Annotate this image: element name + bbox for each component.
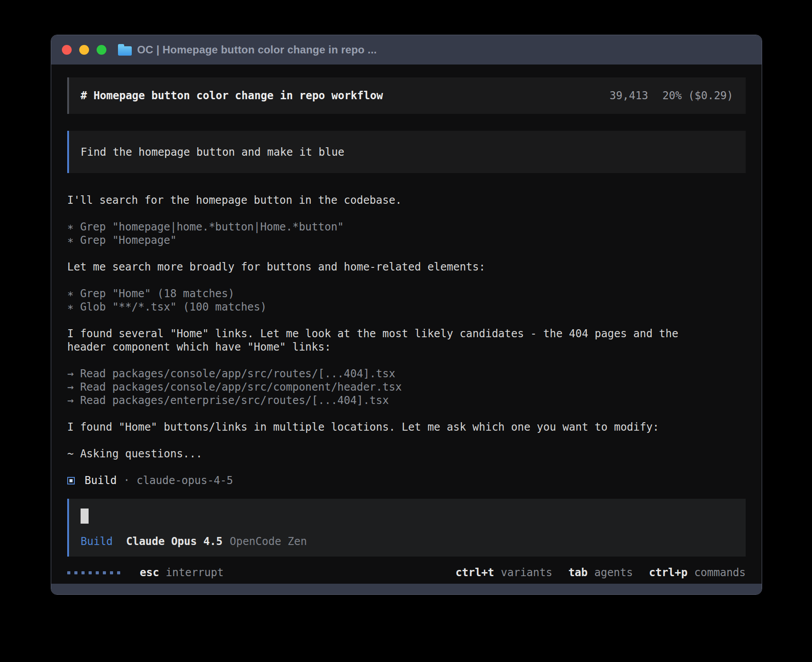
prompt-input[interactable]: Build Claude Opus 4.5 OpenCode Zen [67,499,746,557]
tool-call-line: ∗ Grep "Home" (18 matches) [67,287,704,300]
keybind-label: agents [594,566,633,579]
close-button[interactable] [62,45,72,55]
keybind-hint: ctrl+tvariants [455,566,552,579]
folder-icon [118,46,132,56]
statusbar-right: ctrl+tvariantstabagentsctrl+pcommands [455,566,746,579]
desktop: OC | Homepage button color change in rep… [0,0,812,662]
tool-call-line: ∗ Grep "Homepage" [67,234,704,247]
keybind-hint: ctrl+pcommands [649,566,746,579]
statusbar: esc interrupt ctrl+tvariantstabagentsctr… [67,565,746,581]
token-count: 39,413 [609,89,648,102]
conversation: I'll search for the homepage button in t… [67,194,704,460]
input-meta: Build Claude Opus 4.5 OpenCode Zen [81,535,734,548]
esc-key-hint: esc [140,566,159,579]
minimize-button[interactable] [79,45,89,55]
throbber-dot [110,571,113,574]
input-provider-label: OpenCode Zen [230,535,307,548]
context-usage: 20% ($0.29) [662,89,733,102]
window-title: OC | Homepage button color change in rep… [137,44,377,56]
terminal-content: # Homepage button color change in repo w… [51,65,762,584]
keybind-label: variants [501,566,552,579]
statusbar-left: esc interrupt [67,566,223,579]
tool-call-line: ∗ Grep "homepage|home.*button|Home.*butt… [67,220,704,234]
assistant-text-line: Let me search more broadly for buttons a… [67,260,704,274]
keybind-key: tab [568,566,588,579]
user-message-text: Find the homepage button and make it blu… [81,146,344,158]
tool-call-line: → Read packages/enterprise/src/routes/[.… [67,394,704,407]
throbber-dot [117,571,120,574]
window-bottom-edge [51,584,762,594]
throbber-dot [89,571,92,574]
agent-icon [67,477,75,484]
blank-line [67,354,704,367]
tool-call-line: → Read packages/console/app/src/routes/[… [67,367,704,380]
blank-line [67,247,704,260]
keybind-hint: tabagents [568,566,633,579]
tool-call-line: → Read packages/console/app/src/componen… [67,380,704,394]
input-agent-label[interactable]: Build [81,535,113,548]
throbber-dot [81,571,85,574]
terminal-window: OC | Homepage button color change in rep… [51,35,762,595]
agent-icon-inner [69,479,73,482]
blank-line [67,207,704,220]
assistant-text-line: I'll search for the homepage button in t… [67,194,704,207]
input-model-label[interactable]: Claude Opus 4.5 [126,535,223,548]
text-cursor [81,509,89,524]
throbber-dot [96,571,99,574]
status-model-name: claude-opus-4-5 [137,474,233,487]
tool-call-line: ∗ Glob "**/*.tsx" (100 matches) [67,300,704,314]
user-message: Find the homepage button and make it blu… [67,131,746,173]
esc-key-label: interrupt [166,566,223,579]
assistant-text-line: ~ Asking questions... [67,447,704,460]
zoom-button[interactable] [97,45,106,55]
assistant-text-line: I found "Home" buttons/links in multiple… [67,420,704,434]
blank-line [67,314,704,327]
traffic-lights [62,45,106,55]
agent-status-row: Build · claude-opus-4-5 [67,474,746,487]
session-stats: 39,413 20% ($0.29) [609,89,733,102]
throbber-dot [67,571,70,574]
blank-line [67,274,704,287]
throbber-dot [74,571,77,574]
assistant-text-line: I found several "Home" links. Let me loo… [67,327,704,354]
blank-line [67,407,704,420]
session-title: # Homepage button color change in repo w… [81,89,383,102]
keybind-key: ctrl+t [455,566,494,579]
keybind-label: commands [694,566,746,579]
throbber-dot [103,571,106,574]
status-separator: · [123,474,130,487]
working-throbber [67,571,120,574]
status-agent-name: Build [85,474,117,487]
blank-line [67,434,704,447]
titlebar[interactable]: OC | Homepage button color change in rep… [51,35,762,65]
keybind-key: ctrl+p [649,566,688,579]
session-header: # Homepage button color change in repo w… [67,77,746,114]
